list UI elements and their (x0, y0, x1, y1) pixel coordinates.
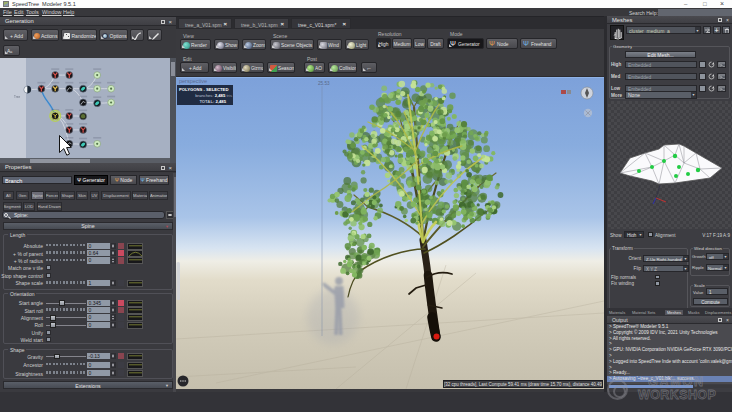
svg-text:Tree: Tree (14, 95, 20, 99)
svg-text:25.53: 25.53 (318, 81, 330, 86)
